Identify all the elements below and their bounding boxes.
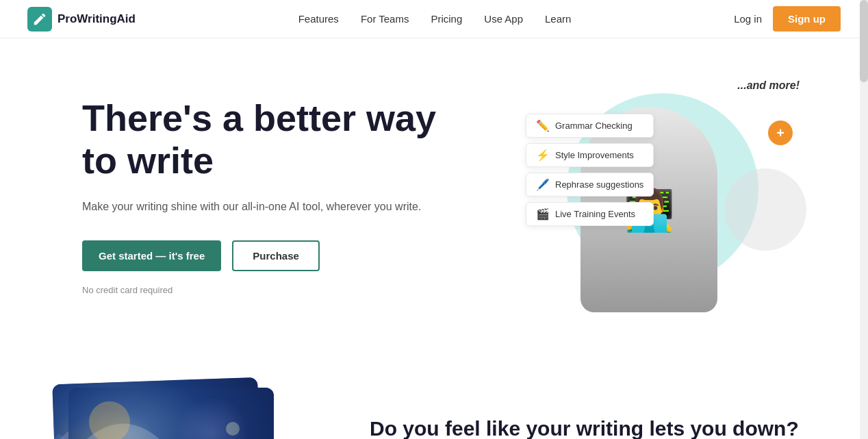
training-label: Live Training Events bbox=[555, 209, 635, 219]
nav-for-teams[interactable]: For Teams bbox=[361, 13, 409, 25]
section2-title: Do you feel like your writing lets you d… bbox=[370, 415, 813, 439]
section2-text-area: Do you feel like your writing lets you d… bbox=[370, 381, 813, 439]
svg-point-2 bbox=[89, 401, 130, 439]
login-link[interactable]: Log in bbox=[734, 13, 762, 25]
swirl-svg-front bbox=[68, 388, 274, 439]
feature-cards-list: ✏️ Grammar Checking ⚡ Style Improvements… bbox=[526, 114, 654, 226]
feature-card-style: ⚡ Style Improvements bbox=[526, 143, 654, 167]
image-card-front: My idea in my head bbox=[68, 388, 274, 439]
rephrase-icon: 🖊️ bbox=[536, 178, 550, 191]
hero-illustration: ...and more! + 👨‍💻 ✏️ Grammar Checking ⚡… bbox=[526, 79, 813, 312]
logo-svg bbox=[32, 12, 47, 27]
nav-links: Features For Teams Pricing Use App Learn bbox=[298, 13, 572, 25]
section2-image-area: My idea in my head bbox=[55, 381, 315, 439]
svg-point-4 bbox=[226, 422, 240, 436]
nav-learn[interactable]: Learn bbox=[545, 13, 571, 25]
hero-content: There's a better way to write Make your … bbox=[82, 97, 438, 295]
style-icon: ⚡ bbox=[536, 149, 550, 162]
rephrase-label: Rephrase suggestions bbox=[555, 179, 643, 190]
hero-subtitle: Make your writing shine with our all-in-… bbox=[82, 198, 438, 216]
starry-front bbox=[68, 388, 274, 439]
hero-title: There's a better way to write bbox=[82, 97, 438, 181]
nav-right: Log in Sign up bbox=[734, 6, 841, 32]
nav-features[interactable]: Features bbox=[298, 13, 339, 25]
and-more-badge: ...and more! bbox=[737, 79, 800, 92]
scrollbar-track[interactable] bbox=[860, 0, 868, 439]
plus-badge: + bbox=[768, 121, 793, 145]
grammar-icon: ✏️ bbox=[536, 119, 550, 132]
section2: My idea in my head Do you feel like your… bbox=[0, 340, 868, 439]
logo-text: ProWritingAid bbox=[58, 12, 136, 26]
hero-buttons: Get started — it's free Purchase bbox=[82, 240, 438, 271]
navbar: ProWritingAid Features For Teams Pricing… bbox=[0, 0, 868, 38]
scrollbar-thumb[interactable] bbox=[860, 0, 868, 82]
feature-card-rephrase: 🖊️ Rephrase suggestions bbox=[526, 173, 654, 197]
logo-link[interactable]: ProWritingAid bbox=[27, 7, 136, 32]
style-label: Style Improvements bbox=[555, 150, 634, 160]
purchase-button[interactable]: Purchase bbox=[232, 240, 320, 271]
swirl-front bbox=[68, 388, 274, 439]
nav-use-app[interactable]: Use App bbox=[484, 13, 523, 25]
hero-note: No credit card required bbox=[82, 285, 438, 295]
logo-icon bbox=[27, 7, 52, 32]
hero-section: There's a better way to write Make your … bbox=[0, 38, 868, 340]
nav-pricing[interactable]: Pricing bbox=[431, 13, 462, 25]
grammar-label: Grammar Checking bbox=[555, 121, 633, 131]
get-started-button[interactable]: Get started — it's free bbox=[82, 240, 221, 271]
signup-button[interactable]: Sign up bbox=[773, 6, 841, 32]
hero-circle-gray bbox=[724, 168, 806, 251]
feature-card-training: 🎬 Live Training Events bbox=[526, 202, 654, 226]
training-icon: 🎬 bbox=[536, 208, 550, 221]
feature-card-grammar: ✏️ Grammar Checking bbox=[526, 114, 654, 138]
